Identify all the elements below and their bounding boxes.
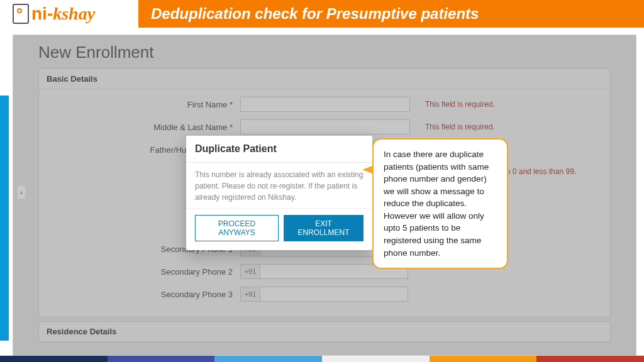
modal-body: This number is already associated with a… [186,163,372,208]
duplicate-patient-modal: Duplicate Patient This number is already… [186,136,372,250]
bottom-accent-bar [0,356,644,362]
exit-enrollment-button[interactable]: EXIT ENROLLMENT [284,215,364,241]
left-accent-bar [0,96,9,341]
proceed-anyways-button[interactable]: PROCEED ANYWAYS [195,215,279,241]
logo-ni: ni- [31,4,53,23]
explainer-callout: In case there are duplicate patients (pa… [372,138,508,269]
logo-kshay: kshay [53,4,95,23]
phone-search-icon [13,4,29,24]
chevron-left-icon: ‹ [20,189,23,196]
logo: ni-kshay [0,0,138,28]
modal-title: Duplicate Patient [186,136,372,162]
sidebar-collapse-handle[interactable]: ‹ [18,186,25,199]
header-banner: ni-kshay Deduplication check for Presump… [0,0,644,28]
callout-arrow-icon [362,166,372,173]
header-title: Deduplication check for Presumptive pati… [151,5,479,23]
modal-footer: PROCEED ANYWAYS EXIT ENROLLMENT [186,208,372,250]
